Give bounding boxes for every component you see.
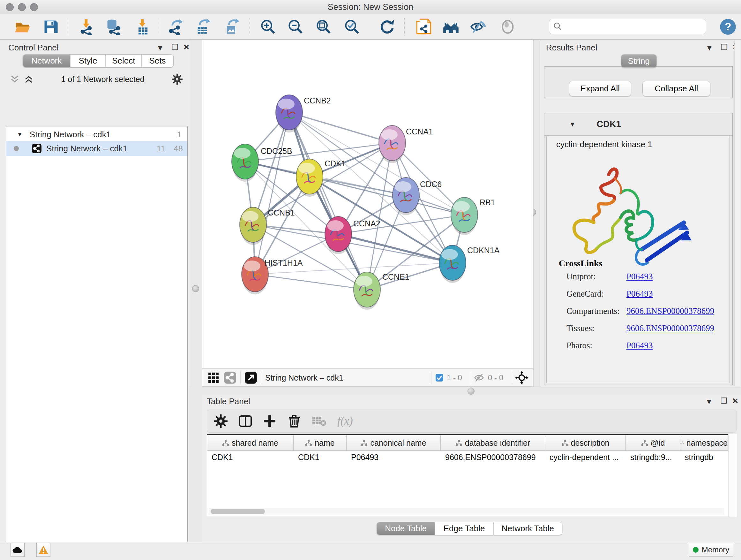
table-hscrollbar[interactable]: [207, 508, 724, 515]
tab-network-table[interactable]: Network Table: [493, 522, 562, 535]
open-session-icon[interactable]: [13, 18, 31, 36]
table-cell[interactable]: CDK1: [207, 451, 293, 463]
network-row-selected[interactable]: String Network – cdk1 11 48: [6, 141, 187, 156]
cloud-button[interactable]: [10, 543, 24, 557]
column-header[interactable]: shared name: [207, 435, 293, 450]
column-header[interactable]: @id: [626, 435, 680, 450]
table-cell[interactable]: stringdb: [680, 451, 728, 463]
panel-menu-icon[interactable]: ▼: [705, 397, 713, 406]
network-node[interactable]: CCNA2: [325, 216, 381, 254]
tab-sets[interactable]: Sets: [141, 55, 173, 67]
zoom-in-icon[interactable]: [259, 18, 277, 36]
add-column-icon[interactable]: [263, 414, 277, 428]
export-network-icon[interactable]: [167, 18, 185, 36]
horizontal-divider-knob[interactable]: [468, 388, 475, 395]
memory-button[interactable]: Memory: [689, 543, 733, 557]
table-vscrollbar[interactable]: [728, 434, 737, 517]
network-node[interactable]: CDC6: [393, 178, 442, 215]
detach-view-icon[interactable]: [245, 371, 257, 384]
network-node[interactable]: CCNA1: [379, 125, 433, 163]
column-header[interactable]: namespace: [680, 435, 728, 450]
table-settings-gear-icon[interactable]: [214, 415, 227, 428]
tab-network[interactable]: Network: [23, 55, 70, 67]
table-cell[interactable]: cyclin-dependent ...: [545, 451, 626, 463]
network-edge[interactable]: [289, 112, 392, 143]
table-cell[interactable]: CDK1: [293, 451, 347, 463]
crosslink-link[interactable]: P06493: [626, 341, 653, 351]
network-canvas[interactable]: CCNB2CCNA1CDC25BCDK1CDC6RB1CCNB1CCNA2CDK…: [202, 40, 533, 369]
expand-all-button[interactable]: Expand All: [569, 81, 631, 97]
column-header[interactable]: canonical name: [347, 435, 441, 450]
table-row[interactable]: CDK1CDK1P064939606.ENSP00000378699cyclin…: [207, 451, 728, 463]
zoom-out-icon[interactable]: [286, 18, 305, 36]
horizontal-split-divider[interactable]: [202, 387, 741, 395]
tab-string[interactable]: String: [621, 55, 657, 67]
tab-select[interactable]: Select: [105, 55, 141, 67]
expand-all-icon[interactable]: [24, 75, 34, 84]
panel-menu-icon[interactable]: ▼: [705, 44, 713, 52]
results-scrollbar[interactable]: [734, 40, 740, 386]
collapse-all-icon[interactable]: [10, 75, 20, 84]
control-panel: Control Panel ▼ ❒ ✕ Network Style Select…: [0, 40, 189, 542]
save-session-icon[interactable]: [42, 18, 60, 36]
network-badge-icon[interactable]: [224, 371, 237, 384]
import-network-file-icon[interactable]: [77, 18, 95, 36]
pan-crosshair-icon[interactable]: [515, 371, 529, 384]
panel-close-icon[interactable]: ✕: [732, 396, 738, 406]
help-icon[interactable]: ?: [719, 18, 737, 36]
crosslink-link[interactable]: 9606.ENSP00000378699: [626, 323, 714, 333]
network-graph[interactable]: CCNB2CCNA1CDC25BCDK1CDC6RB1CCNB1CCNA2CDK…: [202, 40, 533, 368]
export-image-icon[interactable]: [223, 18, 241, 36]
zoom-fit-icon[interactable]: [315, 18, 333, 36]
hide-selected-icon[interactable]: [469, 18, 487, 36]
panel-float-icon[interactable]: ❒: [172, 43, 179, 52]
network-node[interactable]: RB1: [451, 197, 495, 235]
tab-style[interactable]: Style: [70, 55, 106, 67]
network-node[interactable]: CDKN1A: [439, 245, 500, 283]
network-node[interactable]: CCNB2: [276, 95, 331, 132]
collapse-all-button[interactable]: Collapse All: [643, 81, 711, 97]
column-header[interactable]: name: [293, 435, 347, 450]
column-header[interactable]: database identifier: [441, 435, 545, 450]
network-node[interactable]: HIST1H1A: [242, 257, 303, 294]
refresh-icon[interactable]: [378, 18, 396, 36]
network-edge[interactable]: [255, 112, 289, 274]
panel-float-icon[interactable]: ❒: [721, 43, 728, 52]
panel-menu-icon[interactable]: ▼: [156, 44, 164, 52]
show-all-icon[interactable]: [499, 18, 517, 36]
left-divider-knob[interactable]: [192, 285, 199, 292]
export-table-icon[interactable]: [194, 18, 212, 36]
table-hscroll-thumb[interactable]: [211, 509, 265, 514]
tab-edge-table[interactable]: Edge Table: [434, 522, 493, 535]
entry-collapse-icon[interactable]: ▼: [569, 121, 576, 128]
left-split-divider[interactable]: [189, 40, 202, 387]
home-icon[interactable]: [442, 18, 460, 36]
column-header[interactable]: description: [545, 435, 626, 450]
birdseye-grid-icon[interactable]: [208, 372, 219, 383]
table-cell[interactable]: stringdb:9...: [626, 451, 680, 463]
delete-column-icon[interactable]: [287, 414, 301, 428]
tab-node-table[interactable]: Node Table: [377, 522, 434, 535]
network-edge[interactable]: [255, 274, 367, 290]
hidden-eye-slash-icon[interactable]: [474, 373, 485, 382]
right-split-divider[interactable]: [533, 40, 540, 387]
warnings-button[interactable]: [37, 543, 51, 557]
crosslink-link[interactable]: P06493: [626, 289, 653, 299]
crosslink-link[interactable]: P06493: [626, 272, 653, 282]
clone-network-icon[interactable]: [415, 18, 433, 36]
tree-expand-icon[interactable]: ▼: [17, 131, 23, 138]
search-input[interactable]: [549, 19, 706, 34]
crosslink-link[interactable]: 9606.ENSP00000378699: [626, 306, 714, 316]
table-cell[interactable]: 9606.ENSP00000378699: [441, 451, 545, 463]
import-table-icon[interactable]: [134, 18, 151, 36]
result-entry-header[interactable]: ▼ CDK1: [544, 113, 732, 136]
selected-checkbox-icon[interactable]: [435, 374, 444, 382]
zoom-selected-icon[interactable]: [343, 18, 361, 36]
panel-float-icon[interactable]: ❒: [721, 396, 728, 406]
show-columns-icon[interactable]: [239, 414, 253, 428]
table-cell[interactable]: P06493: [347, 451, 441, 463]
network-node[interactable]: CDC25B: [232, 144, 292, 182]
network-collection-row[interactable]: ▼ String Network – cdk1 1: [6, 128, 187, 140]
import-network-database-icon[interactable]: [105, 18, 122, 36]
gear-icon[interactable]: [172, 74, 183, 84]
